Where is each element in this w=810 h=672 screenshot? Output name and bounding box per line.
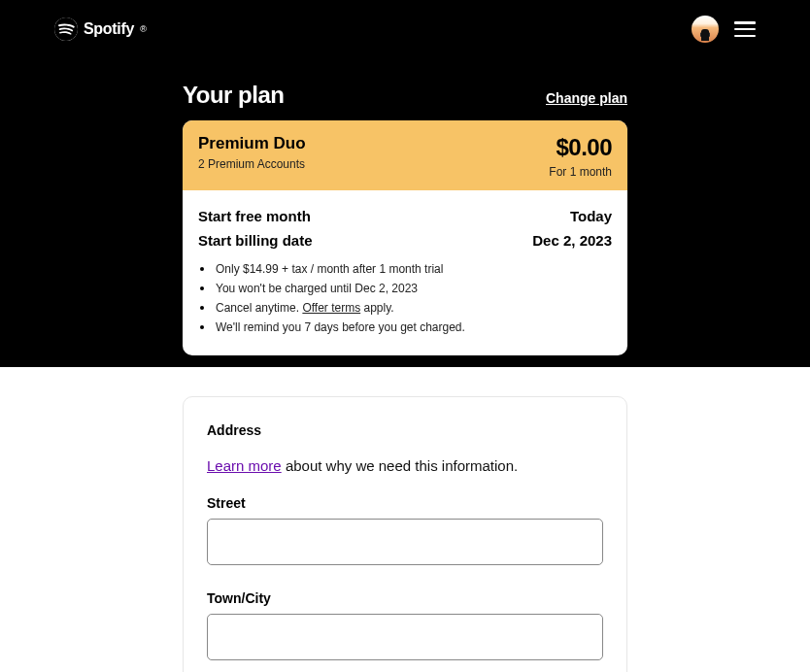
plan-price-term: For 1 month bbox=[549, 165, 612, 179]
plan-card: Premium Duo 2 Premium Accounts $0.00 For… bbox=[183, 120, 627, 355]
registered-mark: ® bbox=[140, 24, 147, 34]
plan-row-label: Start free month bbox=[198, 208, 311, 224]
plan-row: Start billing date Dec 2, 2023 bbox=[198, 232, 612, 249]
address-info-text: about why we need this information. bbox=[282, 457, 518, 474]
address-form-card: Address Learn more about why we need thi… bbox=[183, 396, 627, 672]
brand-logo[interactable]: Spotify® bbox=[54, 17, 147, 41]
city-input[interactable] bbox=[207, 614, 603, 660]
plan-note: Cancel anytime. Offer terms apply. bbox=[198, 301, 612, 315]
plan-name: Premium Duo bbox=[198, 134, 306, 153]
plan-price: $0.00 bbox=[549, 134, 612, 161]
avatar[interactable] bbox=[692, 16, 719, 43]
plan-note-text: apply. bbox=[360, 301, 393, 315]
plan-note: Only $14.99 + tax / month after 1 month … bbox=[198, 262, 612, 276]
spotify-icon bbox=[54, 17, 78, 41]
plan-note: We'll remind you 7 days before you get c… bbox=[198, 320, 612, 334]
plan-row: Start free month Today bbox=[198, 208, 612, 224]
plan-row-value: Today bbox=[570, 208, 612, 224]
offer-terms-link[interactable]: Offer terms bbox=[302, 301, 360, 315]
address-title: Address bbox=[207, 422, 603, 438]
plan-section-title: Your plan bbox=[183, 82, 284, 109]
plan-note: You won't be charged until Dec 2, 2023 bbox=[198, 282, 612, 295]
street-input[interactable] bbox=[207, 519, 603, 565]
learn-more-link[interactable]: Learn more bbox=[207, 457, 282, 474]
app-header: Spotify® bbox=[0, 0, 810, 50]
plan-row-value: Dec 2, 2023 bbox=[532, 232, 612, 249]
plan-row-label: Start billing date bbox=[198, 232, 313, 249]
address-info: Learn more about why we need this inform… bbox=[207, 457, 603, 474]
change-plan-link[interactable]: Change plan bbox=[546, 90, 627, 106]
plan-note-text: Cancel anytime. bbox=[216, 301, 302, 315]
brand-name: Spotify bbox=[84, 20, 134, 38]
city-label: Town/City bbox=[207, 590, 603, 606]
hamburger-menu-icon[interactable] bbox=[734, 21, 756, 37]
street-label: Street bbox=[207, 495, 603, 511]
plan-subline: 2 Premium Accounts bbox=[198, 157, 306, 171]
